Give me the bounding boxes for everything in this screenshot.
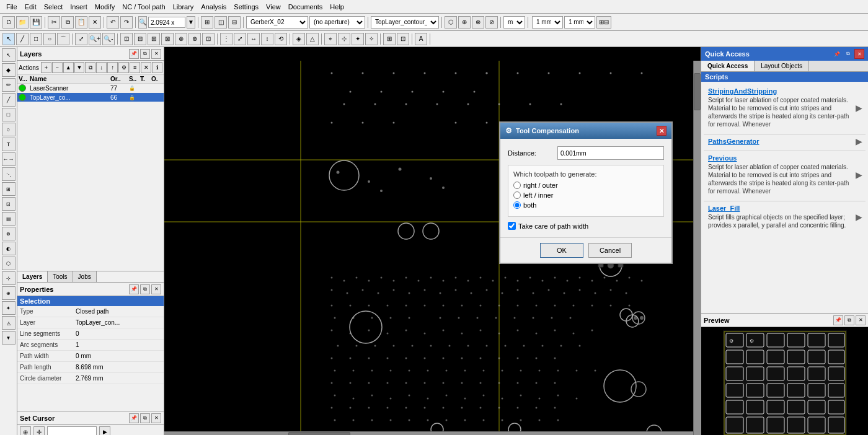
- draw-rect[interactable]: □: [30, 33, 42, 45]
- script-title-striping[interactable]: StripingAndStripping: [708, 87, 850, 95]
- toolbox-t10[interactable]: ✦: [2, 301, 16, 315]
- cut-btn[interactable]: ✂: [48, 16, 60, 29]
- draw-circle[interactable]: ○: [43, 33, 56, 45]
- script-item-laserfill[interactable]: Laser_Fill Script fills graphical object…: [704, 201, 866, 232]
- tab-layers[interactable]: Layers: [17, 271, 48, 282]
- layers-settings-btn[interactable]: ⚙: [118, 62, 129, 73]
- tool-snap2[interactable]: ⊹: [338, 33, 350, 45]
- menu-edit[interactable]: Edit: [21, 2, 40, 12]
- tb8[interactable]: ⬡: [445, 16, 457, 29]
- zoom-in[interactable]: 🔍+: [89, 33, 101, 45]
- zoom-out[interactable]: 🔍-: [102, 33, 115, 45]
- layer-select[interactable]: GerberX_02: [246, 16, 308, 29]
- script-item-previous[interactable]: Previous Script for laser ablation of co…: [704, 151, 866, 198]
- modal-radio-right-input[interactable]: [513, 182, 521, 189]
- tool-r1[interactable]: ⊡: [120, 33, 133, 45]
- cursor-close-btn[interactable]: ✕: [151, 413, 161, 423]
- tb5[interactable]: ⊞: [201, 16, 213, 29]
- tab-jobs[interactable]: Jobs: [73, 271, 97, 282]
- paste-btn[interactable]: 📋: [75, 16, 87, 29]
- modal-close-btn[interactable]: ✕: [657, 126, 666, 136]
- script-title-previous[interactable]: Previous: [708, 154, 850, 162]
- layers-up-btn[interactable]: ▲: [63, 62, 74, 73]
- toolbox-text[interactable]: T: [2, 138, 16, 151]
- layers-down-btn[interactable]: ▼: [74, 62, 85, 73]
- cursor-coord-input[interactable]: 0;0: [47, 426, 97, 435]
- modal-radio-left-input[interactable]: [513, 191, 521, 199]
- tab-quick-access[interactable]: Quick Access: [701, 61, 755, 71]
- toolbox-t4[interactable]: ▤: [2, 212, 16, 226]
- panel-pin-btn[interactable]: 📌: [129, 49, 139, 59]
- tool-r6[interactable]: ⊕: [188, 33, 201, 45]
- preview-float[interactable]: ⧉: [844, 315, 854, 325]
- layers-import-btn[interactable]: ↓: [96, 62, 107, 73]
- layers-del-btn[interactable]: −: [52, 62, 63, 73]
- layers-add-btn[interactable]: +: [41, 62, 51, 73]
- props-float-btn[interactable]: ⧉: [140, 284, 150, 294]
- modal-cancel-btn[interactable]: Cancel: [588, 243, 632, 258]
- tool-r9[interactable]: ⤢: [234, 33, 246, 45]
- props-pin-btn[interactable]: 📌: [129, 284, 139, 294]
- toolbox-t11[interactable]: ◬: [2, 316, 16, 330]
- panel-float-btn[interactable]: ⧉: [140, 49, 150, 59]
- cursor-float-btn[interactable]: ⧉: [140, 413, 150, 423]
- layers-x-btn[interactable]: ✕: [141, 62, 151, 73]
- script-title-laserfill[interactable]: Laser_Fill: [708, 204, 850, 212]
- toolbox-draw[interactable]: ✏: [2, 78, 16, 92]
- toolbox-t6[interactable]: ◐: [2, 242, 16, 255]
- modal-ok-btn[interactable]: OK: [540, 243, 583, 258]
- tool-r10[interactable]: ↔: [247, 33, 260, 45]
- redo-btn[interactable]: ↷: [120, 16, 133, 29]
- toolbox-t3[interactable]: ⊡: [2, 197, 16, 211]
- tb11[interactable]: ⊘: [485, 16, 498, 29]
- toolbox-t9[interactable]: ⊕: [2, 286, 16, 300]
- undo-btn[interactable]: ↶: [107, 16, 119, 29]
- props-close-btn[interactable]: ✕: [151, 284, 161, 294]
- tool-r12[interactable]: ⟲: [275, 33, 287, 45]
- delete-btn[interactable]: ✕: [89, 16, 101, 29]
- draw-arc[interactable]: ⌒: [57, 33, 69, 45]
- tool-r8[interactable]: ⋮: [220, 33, 232, 45]
- coord-btn[interactable]: ▼: [187, 16, 195, 29]
- draw-line[interactable]: ╱: [16, 33, 29, 45]
- toolbox-line[interactable]: ╱: [2, 93, 16, 107]
- layers-more-btn[interactable]: ≡: [130, 62, 140, 73]
- modal-radio-both-input[interactable]: [513, 201, 521, 209]
- script-item-paths[interactable]: PathsGenerator ▶: [704, 134, 866, 148]
- toolbox-t1[interactable]: ⋱: [2, 167, 16, 181]
- menu-analysis[interactable]: Analysis: [197, 2, 230, 12]
- tb6[interactable]: ◫: [215, 16, 227, 29]
- tool-r4[interactable]: ⊠: [161, 33, 174, 45]
- toolbox-rect[interactable]: □: [2, 108, 16, 121]
- modal-pathwidth-checkbox[interactable]: [508, 222, 516, 230]
- tb9[interactable]: ⊕: [458, 16, 471, 29]
- tool-m1[interactable]: ⊞: [383, 33, 396, 45]
- panel-close-btn[interactable]: ✕: [151, 49, 161, 59]
- grid2-select[interactable]: 1 mm: [564, 16, 595, 29]
- menu-help[interactable]: Help: [326, 2, 348, 12]
- layers-info-btn[interactable]: ℹ: [152, 62, 162, 73]
- tool-r14[interactable]: △: [306, 33, 319, 45]
- toolbox-t5[interactable]: ⊗: [2, 227, 16, 240]
- menu-select[interactable]: Select: [40, 2, 67, 12]
- menu-settings[interactable]: Settings: [230, 2, 262, 12]
- tool-r13[interactable]: ◈: [293, 33, 305, 45]
- toolbox-t8[interactable]: ⊹: [2, 271, 16, 285]
- tool-r5[interactable]: ⊗: [175, 33, 187, 45]
- select-tool[interactable]: ↖: [2, 33, 15, 45]
- layer2-select[interactable]: TopLayer_contour_c: [371, 16, 439, 29]
- right-panel-float[interactable]: ⧉: [843, 49, 853, 59]
- toolbox-t12[interactable]: ▼: [2, 331, 16, 345]
- preview-close[interactable]: ✕: [856, 315, 866, 325]
- tb7[interactable]: ⊟: [228, 16, 241, 29]
- cursor-go-btn[interactable]: ▶: [99, 426, 110, 435]
- toolbox-dim[interactable]: ←→: [2, 152, 16, 166]
- tab-tools[interactable]: Tools: [48, 271, 73, 282]
- open-btn[interactable]: 📁: [16, 16, 29, 29]
- toolbox-select[interactable]: ↖: [2, 48, 16, 62]
- layer-row-toplayer[interactable]: TopLayer_co... 66 🔒: [17, 93, 164, 102]
- copy-btn[interactable]: ⧉: [61, 16, 74, 29]
- menu-view[interactable]: View: [262, 2, 285, 12]
- right-panel-pin[interactable]: 📌: [832, 49, 842, 59]
- menu-insert[interactable]: Insert: [66, 2, 91, 12]
